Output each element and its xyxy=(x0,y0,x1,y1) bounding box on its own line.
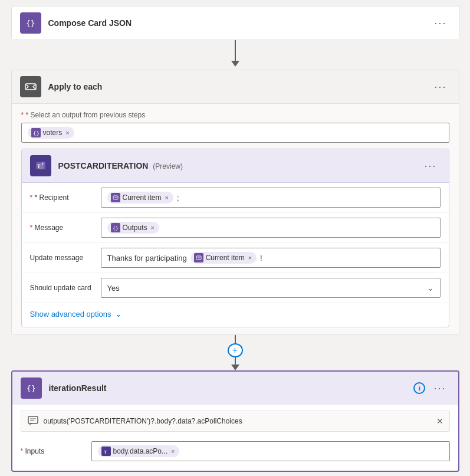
recipient-sep: ; xyxy=(177,193,179,202)
iteration-result-title: iterationResult xyxy=(49,383,414,393)
select-output-input[interactable]: {} voters × xyxy=(21,123,449,143)
voters-token-icon: {} xyxy=(31,128,41,137)
body-data-token: T body.data.acPo... × xyxy=(98,445,180,457)
current-item-token-update: Current item × xyxy=(190,252,257,264)
inputs-token-container[interactable]: T body.data.acPo... × xyxy=(91,441,450,461)
should-update-value: Yes xyxy=(107,284,120,293)
iteration-result-ellipsis[interactable]: ··· xyxy=(430,381,449,396)
should-update-row: Should update card Yes ⌄ xyxy=(22,273,449,303)
plus-connector: + xyxy=(228,335,243,370)
body-data-token-icon: T xyxy=(101,447,111,456)
postcard-header: T T POSTCARDITERATION (Preview) ··· xyxy=(22,149,449,183)
svg-text:T: T xyxy=(37,163,41,169)
postcard-ellipsis[interactable]: ··· xyxy=(420,159,440,173)
should-update-dropdown[interactable]: Yes ⌄ xyxy=(101,278,441,298)
update-message-container[interactable]: Thanks for participating Current item xyxy=(101,248,441,268)
voters-token-close[interactable]: × xyxy=(65,129,69,136)
plus-line-top xyxy=(235,335,236,343)
postcard-card: T T POSTCARDITERATION (Preview) ··· xyxy=(21,149,449,327)
should-update-select[interactable]: Yes ⌄ xyxy=(101,278,441,298)
current-item-token-recipient: Current item × xyxy=(107,192,173,203)
outputs-token: {} Outputs × xyxy=(107,222,159,234)
apply-each-title: Apply to each xyxy=(48,82,431,91)
recipient-input[interactable]: Current item × ; xyxy=(101,188,441,208)
current-item-close-recipient[interactable]: × xyxy=(165,194,169,201)
arrow-connector-1 xyxy=(231,40,239,70)
recipient-row: * * Recipient xyxy=(22,183,449,213)
arrow-line xyxy=(235,40,236,61)
compose-card-title: Compose Card JSON xyxy=(48,18,431,28)
chat-icon xyxy=(27,415,39,427)
compose-card-ellipsis[interactable]: ··· xyxy=(430,16,450,31)
inputs-row: * Inputs T body.data.acPo... × xyxy=(21,438,450,465)
recipient-label: * * Recipient xyxy=(30,193,101,202)
apply-each-card: Apply to each ··· * * Select an output f… xyxy=(11,70,459,335)
iteration-result-body: outputs('POSTCARDITERATION')?.body?.data… xyxy=(12,405,458,471)
add-step-button[interactable]: + xyxy=(228,343,243,357)
outputs-formula-text: outputs('POSTCARDITERATION')?.body?.data… xyxy=(44,417,242,425)
compose-card-icon: {} xyxy=(20,12,41,34)
plus-arrow-head xyxy=(231,365,239,370)
chevron-down-icon-advanced: ⌄ xyxy=(115,309,122,319)
recipient-token-container[interactable]: Current item × ; xyxy=(101,188,441,208)
outputs-token-close[interactable]: × xyxy=(151,224,155,231)
update-message-input[interactable]: Thanks for participating Current item xyxy=(101,248,441,268)
svg-rect-1 xyxy=(25,84,36,90)
iteration-result-icon: {} xyxy=(21,377,42,399)
svg-text:T: T xyxy=(41,162,44,166)
arrow-head xyxy=(231,61,239,67)
compose-card-header: {} Compose Card JSON ··· xyxy=(12,6,459,40)
iteration-result-header: {} iterationResult i ··· xyxy=(12,372,458,405)
svg-text:T: T xyxy=(104,449,107,454)
message-input[interactable]: {} Outputs × xyxy=(101,218,441,238)
svg-text:{}: {} xyxy=(27,384,36,393)
chevron-down-icon: ⌄ xyxy=(427,283,434,293)
required-star: * xyxy=(21,111,26,119)
iteration-result-card: {} iterationResult i ··· outputs('POSTCA… xyxy=(11,370,459,472)
flow-canvas: {} Compose Card JSON ··· Apply to each ·… xyxy=(0,0,470,476)
message-label: * Message xyxy=(30,224,101,232)
postcard-body: * * Recipient xyxy=(22,183,449,327)
postcard-title: POSTCARDITERATION (Preview) xyxy=(58,161,421,170)
apply-each-icon xyxy=(20,76,41,97)
svg-rect-13 xyxy=(28,416,38,424)
svg-text:{}: {} xyxy=(26,19,35,28)
select-output-label: * * Select an output from previous steps xyxy=(21,111,449,119)
voters-token: {} voters × xyxy=(28,127,74,139)
outputs-token-icon: {} xyxy=(111,223,120,232)
show-advanced-options[interactable]: Show advanced options ⌄ xyxy=(22,303,449,327)
current-item-icon-update xyxy=(194,253,203,262)
outputs-formula-close[interactable]: ✕ xyxy=(436,416,443,426)
message-token-container[interactable]: {} Outputs × xyxy=(101,218,441,238)
apply-each-header: Apply to each ··· xyxy=(12,70,459,104)
apply-each-ellipsis[interactable]: ··· xyxy=(430,80,450,94)
inputs-label: * Inputs xyxy=(21,447,91,455)
outputs-formula-row: outputs('POSTCARDITERATION')?.body?.data… xyxy=(21,411,450,432)
voters-token-label: voters xyxy=(43,129,63,137)
update-message-row: Update message Thanks for participating xyxy=(22,243,449,273)
inputs-field[interactable]: T body.data.acPo... × xyxy=(91,441,450,461)
postcard-icon: T T xyxy=(30,155,51,176)
current-item-icon-recipient xyxy=(111,193,120,202)
update-message-label: Update message xyxy=(30,254,101,262)
apply-each-body: * * Select an output from previous steps… xyxy=(12,104,459,334)
should-update-label: Should update card xyxy=(30,284,101,292)
compose-card: {} Compose Card JSON ··· xyxy=(11,6,459,40)
info-icon[interactable]: i xyxy=(413,382,425,394)
current-item-close-update[interactable]: × xyxy=(248,254,252,261)
svg-text:{}: {} xyxy=(33,130,39,136)
body-data-token-close[interactable]: × xyxy=(171,448,175,455)
message-row: * Message {} Outputs xyxy=(22,213,449,243)
svg-text:{}: {} xyxy=(113,226,119,231)
